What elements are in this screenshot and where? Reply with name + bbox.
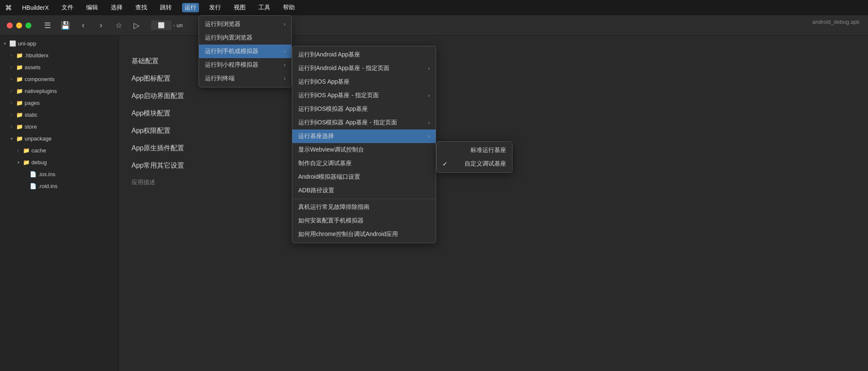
menu-run-phone[interactable]: 运行到手机或模拟器 › xyxy=(199,45,291,58)
menu-phone-webview-debug[interactable]: 显示Webview调试控制台 xyxy=(292,143,436,157)
config-modules[interactable]: App模块配置 xyxy=(132,109,855,118)
sidebar-item-root[interactable]: ▾ ⬜ uni-app xyxy=(0,37,118,49)
check-custom: ✓ xyxy=(442,160,448,167)
traffic-lights xyxy=(7,22,31,28)
sidebar-item-nativeplugins[interactable]: › 📁 nativeplugins xyxy=(0,85,118,97)
expand-arrow-components: › xyxy=(8,76,14,82)
config-splash[interactable]: App启动界面配置 xyxy=(132,92,855,101)
menu-run-builtin-browser[interactable]: 运行到内置浏览器 xyxy=(199,31,291,45)
bookmark-button[interactable]: ☆ xyxy=(113,20,125,31)
sidebar-label-unpackage: unpackage xyxy=(25,135,52,142)
menu-phone-base-select[interactable]: 运行基座选择 › xyxy=(292,129,436,143)
expand-arrow-static: › xyxy=(8,112,14,118)
close-button[interactable] xyxy=(7,22,13,28)
menubar-item-run[interactable]: 运行 xyxy=(182,3,199,12)
expand-arrow-store: › xyxy=(8,124,14,129)
folder-icon-assets: 📁 xyxy=(16,64,23,70)
sidebar-item-assets[interactable]: › 📁 assets xyxy=(0,61,118,73)
menu-run: 运行到浏览器 › 运行到内置浏览器 运行到手机或模拟器 › 运行到小程序模拟器 … xyxy=(199,15,292,87)
folder-icon-unpackage: 📁 xyxy=(16,135,23,142)
menu-phone-adb-path[interactable]: ADB路径设置 xyxy=(292,184,436,197)
sidebar-label-roid-ins: .roid.ins xyxy=(38,183,58,189)
submenu-arrow-base-select: › xyxy=(428,133,430,139)
expand-arrow-debug: ▾ xyxy=(15,159,21,165)
sidebar-item-store[interactable]: › 📁 store xyxy=(0,121,118,132)
menu-phone: 运行到Android App基座 运行到Android App基座 - 指定页面… xyxy=(292,46,436,243)
sidebar-label-root: uni-app xyxy=(18,40,36,47)
menu-phone-install-simulator[interactable]: 如何安装配置手机模拟器 xyxy=(292,214,436,228)
config-label-modules: App模块配置 xyxy=(132,109,855,118)
expand-arrow-assets: › xyxy=(8,64,14,70)
tab-path: un xyxy=(176,22,182,28)
folder-icon-components: 📁 xyxy=(16,76,23,82)
sidebar-label-pages: pages xyxy=(25,100,39,106)
minimize-button[interactable] xyxy=(16,22,22,28)
menubar-item-view[interactable]: 视图 xyxy=(231,3,248,12)
menu-phone-make-custom[interactable]: 制作自定义调试基座 xyxy=(292,157,436,170)
tab-icon[interactable]: ⬜ xyxy=(151,20,171,30)
sidebar-item-hbuilderx[interactable]: › 📁 .hbuilderx xyxy=(0,49,118,61)
menu-run-miniprogram[interactable]: 运行到小程序模拟器 › xyxy=(199,58,291,72)
sidebar-item-cache[interactable]: › 📁 cache xyxy=(0,144,118,156)
sidebar-label-store: store xyxy=(25,124,37,130)
menubar-item-edit[interactable]: 编辑 xyxy=(84,3,101,12)
menu-phone-ios[interactable]: 运行到iOS App基座 xyxy=(292,75,436,89)
config-label-permissions: App权限配置 xyxy=(132,126,855,135)
folder-icon-cache: 📁 xyxy=(23,147,30,154)
menu-phone-android[interactable]: 运行到Android App基座 xyxy=(292,48,436,62)
expand-arrow-pages: › xyxy=(8,100,14,106)
menubar-item-select[interactable]: 选择 xyxy=(108,3,125,12)
menu-phone-android-page[interactable]: 运行到Android App基座 - 指定页面 › xyxy=(292,62,436,75)
file-icon-roid-ins: 📄 xyxy=(30,183,36,189)
menu-phone-ios-page[interactable]: 运行到iOS App基座 - 指定页面 › xyxy=(292,89,436,102)
toolbar: ☰ 💾 ‹ › ☆ ▷ xyxy=(42,20,143,31)
expand-arrow-unpackage: ▾ xyxy=(8,135,14,141)
apple-icon[interactable]: ⌘ xyxy=(5,4,12,12)
save-button[interactable]: 💾 xyxy=(59,20,71,31)
sidebar-label-assets: assets xyxy=(25,64,41,70)
config-permissions[interactable]: App权限配置 xyxy=(132,126,855,135)
menubar-item-help[interactable]: 帮助 xyxy=(280,3,297,12)
menubar-item-find[interactable]: 查找 xyxy=(133,3,150,12)
menu-base-standard[interactable]: 标准运行基座 xyxy=(437,143,512,157)
back-button[interactable]: ‹ xyxy=(77,20,89,31)
run-button[interactable]: ▷ xyxy=(131,20,143,31)
folder-icon-hbuilderx: 📁 xyxy=(16,52,23,59)
right-filename: android_debug.apk xyxy=(812,19,860,25)
sidebar-toggle-button[interactable]: ☰ xyxy=(42,20,53,31)
sidebar-label-static: static xyxy=(25,112,37,118)
description-label: 应用描述 xyxy=(132,179,155,186)
menu-base-custom[interactable]: ✓ 自定义调试基座 xyxy=(437,157,512,171)
menubar-item-publish[interactable]: 发行 xyxy=(207,3,224,12)
menu-run-browser[interactable]: 运行到浏览器 › xyxy=(199,17,291,31)
folder-icon-pages: 📁 xyxy=(16,99,23,106)
expand-arrow-hbuilderx: › xyxy=(8,52,14,58)
maximize-button[interactable] xyxy=(25,22,31,28)
sidebar-item-components[interactable]: › 📁 components xyxy=(0,73,118,85)
menu-run-terminal[interactable]: 运行到终端 › xyxy=(199,72,291,85)
menubar-item-tools[interactable]: 工具 xyxy=(256,3,273,12)
sidebar-item-static[interactable]: › 📁 static xyxy=(0,109,118,121)
forward-button[interactable]: › xyxy=(95,20,107,31)
expand-arrow-root: ▾ xyxy=(2,40,8,46)
sidebar-item-ios-ins[interactable]: › 📄 .ios.ins xyxy=(0,168,118,180)
project-icon: ⬜ xyxy=(9,40,16,47)
menubar-item-jump[interactable]: 跳转 xyxy=(157,3,174,12)
sidebar-item-pages[interactable]: › 📁 pages xyxy=(0,97,118,109)
sidebar-label-ios-ins: .ios.ins xyxy=(38,171,55,177)
config-description: 应用描述 xyxy=(132,179,855,186)
menu-phone-troubleshoot[interactable]: 真机运行常见故障排除指南 xyxy=(292,200,436,214)
menu-phone-ios-sim[interactable]: 运行到iOS模拟器 App基座 xyxy=(292,102,436,116)
submenu-arrow-browser: › xyxy=(284,21,286,27)
sidebar-item-roid-ins[interactable]: › 📄 .roid.ins xyxy=(0,180,118,192)
menubar-item-file[interactable]: 文件 xyxy=(59,3,76,12)
file-icon-ios-ins: 📄 xyxy=(30,171,36,177)
sidebar-item-unpackage[interactable]: ▾ 📁 unpackage xyxy=(0,132,118,144)
submenu-arrow-ios-sim-page: › xyxy=(428,120,430,126)
menu-phone-android-port[interactable]: Android模拟器端口设置 xyxy=(292,170,436,184)
submenu-arrow-android-page: › xyxy=(428,65,430,71)
menu-phone-ios-sim-page[interactable]: 运行到iOS模拟器 App基座 - 指定页面 › xyxy=(292,116,436,129)
menu-phone-chrome-debug[interactable]: 如何用chrome控制台调试Android应用 xyxy=(292,228,436,241)
menubar-item-hbuilderx[interactable]: HBuilderX xyxy=(20,3,51,12)
sidebar-item-debug[interactable]: ▾ 📁 debug xyxy=(0,156,118,168)
